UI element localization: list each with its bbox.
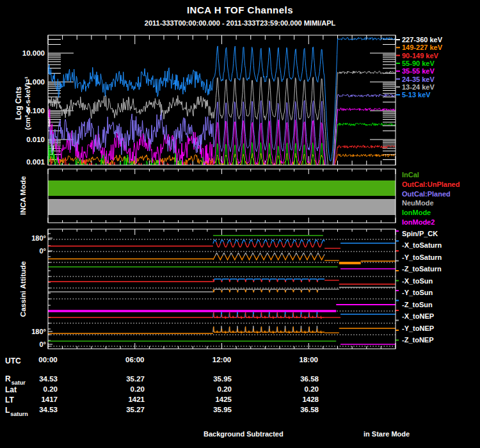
attitude-ytick-label-3: 0° (20, 340, 46, 349)
table-cell-3-2: 35.95 (193, 406, 232, 414)
legend-energy-item-5: 24-35 keV (402, 76, 435, 84)
legend-energy-item-3: 55-90 keV (402, 60, 435, 68)
attitude-ytick-label-2: 180° (20, 328, 46, 336)
page-subtitle: 2011-333T00:00:00.000 - 2011-333T23:59:0… (0, 19, 480, 28)
legend-mode-item-0: InCal (402, 171, 419, 179)
series-24-35-keV (48, 94, 396, 188)
table-cell-1-1: 0.20 (106, 385, 145, 394)
utc-tick-2: 12:00 (208, 356, 236, 364)
series-55-90-keV (48, 123, 396, 189)
utc-tick-0: 00:00 (34, 356, 62, 364)
attitude-ytick-label-1: 0° (20, 247, 46, 255)
table-cell-1-2: 0.20 (193, 385, 232, 394)
attitude-trace-Z_toSun (48, 305, 396, 311)
table-row-label-lat: Lat (5, 386, 17, 395)
legend-energy-item-0: 227-360 keV (402, 36, 442, 44)
legend-attitude-item-5: -Y_toSun (402, 289, 433, 297)
table-cell-2-2: 1425 (193, 396, 232, 404)
legend-attitude-item-1: -X_toSaturn (402, 241, 442, 250)
table-cell-0-1: 35.27 (106, 375, 145, 383)
attitude-ytick-label-0: 180° (20, 234, 46, 243)
ytick-label-1: 1.000 (16, 78, 45, 86)
table-row-label-r-main: R (5, 374, 11, 383)
series-35-55-keV (48, 107, 396, 191)
footer-stare-mode: in Stare Mode (364, 430, 410, 438)
utc-axis-label: UTC (5, 357, 21, 366)
table-cell-3-0: 34.53 (19, 406, 58, 414)
table-cell-0-0: 34.53 (19, 375, 58, 383)
ytick-label-3: 0.010 (16, 136, 45, 144)
legend-attitude-item-8: -Y_toNEP (402, 324, 434, 333)
table-cell-2-0: 1417 (19, 396, 58, 404)
attitude-trace-X_toSun (48, 279, 396, 284)
page-title: INCA H TOF Channels (0, 4, 480, 15)
table-cell-0-3: 36.58 (280, 375, 319, 383)
table-cell-0-2: 35.95 (193, 375, 232, 383)
ytick-label-2: 0.100 (16, 107, 45, 115)
utc-tick-3: 18:00 (294, 356, 323, 364)
legend-mode-item-2: OutCal:Planed (402, 190, 451, 198)
ytick-label-0: 10.000 (16, 49, 45, 58)
legend-mode-item-5: IonMode2 (402, 218, 435, 227)
ytick-label-4: 0.001 (16, 158, 45, 166)
footer-background-subtracted: Background Subtracted (204, 430, 284, 438)
inca-tof-figure: INCA H TOF Channels 2011-333T00:00:00.00… (0, 0, 480, 448)
utc-tick-1: 06:00 (121, 356, 149, 364)
legend-attitude-item-4: -X_toSun (402, 277, 433, 285)
table-cell-3-1: 35.27 (106, 406, 145, 414)
attitude-trace-X_toSaturn (48, 240, 396, 248)
table-cell-3-3: 36.58 (280, 406, 319, 414)
attitude-trace-Y_toSaturn (48, 253, 396, 263)
table-row-label-l-main: L (5, 406, 10, 415)
legend-attitude-item-7: -X_toNEP (402, 312, 434, 321)
mode-bar-0 (48, 180, 396, 196)
table-cell-1-3: 0.20 (280, 385, 319, 394)
legend-mode-item-3: NeuMode (402, 199, 434, 207)
table-cell-2-1: 1421 (106, 396, 145, 404)
legend-energy-item-7: 5-13 keV (402, 91, 431, 99)
legend-energy-item-2: 90-149 keV (402, 52, 438, 60)
legend-energy-item-6: 13-24 keV (402, 83, 435, 92)
energy-flux-panel (48, 35, 400, 196)
inca-mode-panel (48, 169, 396, 223)
attitude-trace-Z_toSaturn (48, 267, 396, 269)
legend-attitude-item-2: -Y_toSaturn (402, 253, 442, 262)
mode-bar-1 (48, 199, 396, 215)
legend-attitude-item-6: -Z_toSun (402, 301, 433, 309)
attitude-trace-X_toNEP (48, 312, 396, 319)
legend-attitude-item-0: Spin/P_CK (402, 230, 438, 238)
attitude-trace-Y_toNEP (48, 326, 396, 333)
legend-attitude-item-3: -Z_toSaturn (402, 265, 442, 273)
table-cell-1-0: 0.20 (19, 385, 58, 394)
legend-mode-item-4: IonMode (402, 209, 431, 217)
cassini-attitude-panel (48, 229, 399, 349)
legend-attitude-item-9: -Z_toNEP (402, 336, 434, 344)
legend-energy-item-4: 35-55 keV (402, 67, 435, 76)
legend-mode-item-1: OutCal:UnPlaned (402, 180, 460, 189)
legend-energy-item-1: 149-227 keV (402, 44, 442, 52)
table-row-label-lt: LT (5, 396, 14, 405)
table-cell-2-3: 1428 (280, 396, 319, 404)
